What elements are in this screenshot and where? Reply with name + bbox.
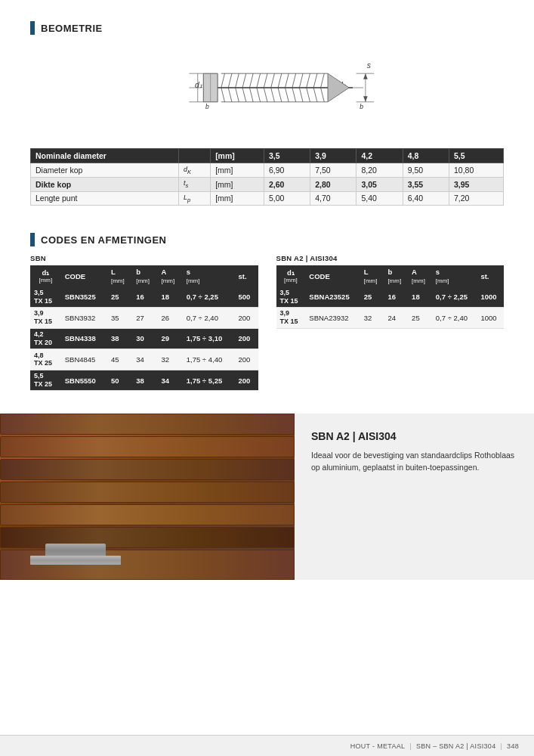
svg-text:b: b [205,103,209,110]
svg-line-25 [235,88,239,102]
svg-marker-40 [328,73,349,102]
tables-row: SBN d₁ [mm] CODE L[mm] b[mm] A[mm] s[mm]… [30,254,504,391]
dim-header-39: 3,9 [310,149,357,163]
dim-header-48: 4,8 [403,149,449,163]
dim-header-35: 3,5 [264,149,310,163]
svg-line-31 [278,88,282,102]
footer-section: SBN – SBN A2 | AISI304 [416,742,496,750]
svg-line-19 [299,73,303,88]
rail [30,556,121,565]
svg-text:b: b [360,103,363,110]
screw-diagram: d₁ d₁ s b b [30,42,504,133]
dim-header-55: 5,5 [449,149,503,163]
bottom-title: SBN A2 | AISI304 [311,430,517,442]
svg-line-13 [256,73,260,88]
svg-line-34 [299,88,303,102]
svg-line-32 [285,88,289,102]
svg-text:s: s [366,61,370,70]
svg-line-11 [242,73,246,88]
table-row: 3,9TX 15 SBNA23932 32 24 25 0,7 ÷ 2,40 1… [276,307,505,328]
dim-header-sym [178,149,210,163]
svg-line-9 [228,73,232,88]
svg-line-17 [285,73,289,88]
sbn-a2-table: d₁ [mm] CODE L[mm] b[mm] A[mm] s[mm] st.… [276,265,505,328]
svg-line-20 [306,73,310,88]
dim-header-42: 4,2 [357,149,403,163]
dimensions-table: Nominale diameter [mm] 3,5 3,9 4,2 4,8 5… [30,148,504,206]
table-row: 3,9TX 15 SBN3932 35 27 26 0,7 ÷ 2,40 200 [30,307,258,328]
sbn-table: d₁ [mm] CODE L[mm] b[mm] A[mm] s[mm] st.… [30,265,258,391]
svg-line-18 [292,73,295,88]
svg-marker-44 [363,73,368,79]
svg-line-22 [320,73,324,88]
footer-sep1: | [409,742,412,750]
table-row: 4,8TX 25 SBN4845 45 34 32 1,75 ÷ 4,40 20… [30,349,258,370]
svg-marker-45 [363,96,368,102]
svg-line-21 [313,73,317,88]
table-row: 5,5TX 25 SBN5550 50 38 34 1,75 ÷ 5,25 20… [30,370,258,391]
beometrie-section: BEOMETRIE d₁ d₁ s b b [0,0,534,218]
codes-section: CODES EN AFMETINGEN SBN d₁ [mm] CODE L[m… [0,218,534,398]
svg-line-36 [313,88,317,102]
footer-page: 348 [507,742,519,750]
table-row: Lengte punt Lp [mm] 5,00 4,70 5,40 6,40 … [31,191,504,206]
sbn-table-block: SBN d₁ [mm] CODE L[mm] b[mm] A[mm] s[mm]… [30,254,258,391]
table-row: Diameter kop dK [mm] 6,90 7,50 8,20 9,50… [31,163,504,178]
deck-image [0,414,295,580]
svg-line-15 [270,73,274,88]
sbn-subtitle: SBN [30,254,258,262]
svg-line-16 [278,73,282,88]
svg-line-10 [235,73,239,88]
svg-line-23 [221,88,224,102]
svg-line-8 [221,73,224,88]
svg-line-28 [256,88,260,102]
svg-line-37 [320,88,324,102]
svg-line-27 [249,88,253,102]
svg-line-29 [264,88,267,102]
dim-header-unit: [mm] [211,149,264,163]
svg-line-33 [292,88,295,102]
table-row: 3,5TX 15 SBN3525 25 16 18 0,7 ÷ 2,25 500 [30,287,258,307]
svg-line-30 [270,88,274,102]
table-row: Dikte kop ts [mm] 2,60 2,80 3,05 3,55 3,… [31,177,504,191]
sbn-a2-subtitle: SBN A2 | AISI304 [276,254,505,262]
svg-line-26 [242,88,246,102]
bottom-info-panel: SBN A2 | AISI304 Ideaal voor de bevestig… [295,414,534,580]
table-row: 4,2TX 20 SBN4338 38 30 29 1,75 ÷ 3,10 20… [30,328,258,349]
sbn-a2-table-block: SBN A2 | AISI304 d₁ [mm] CODE L[mm] b[mm… [276,254,505,328]
footer-sep2: | [500,742,502,750]
svg-line-35 [306,88,310,102]
table-row: 3,5TX 15 SBNA23525 25 16 18 0,7 ÷ 2,25 1… [276,287,505,307]
svg-line-14 [264,73,267,88]
bottom-section: SBN A2 | AISI304 Ideaal voor de bevestig… [0,414,534,580]
svg-line-24 [228,88,232,102]
svg-line-12 [249,73,253,88]
beometrie-title: BEOMETRIE [30,21,504,35]
codes-title: CODES EN AFMETINGEN [30,233,504,246]
footer-text: HOUT - METAAL [350,742,406,750]
dim-header-label: Nominale diameter [31,149,179,163]
page-footer: HOUT - METAAL | SBN – SBN A2 | AISI304 |… [0,735,534,756]
screw-svg: d₁ d₁ s b b [147,50,388,125]
bottom-description: Ideaal voor de bevestiging van standaard… [311,450,517,474]
svg-text:d₁: d₁ [195,81,202,89]
